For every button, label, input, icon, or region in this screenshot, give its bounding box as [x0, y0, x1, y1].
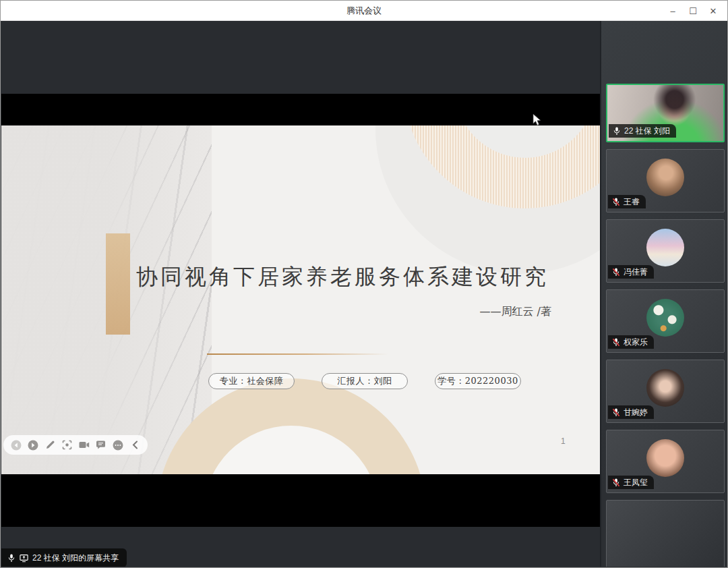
collapse-toolbar-icon	[129, 439, 141, 451]
shared-screen-area: 协同视角下居家养老服务体系建设研究 ——周红云 /著 专业：社会保障 汇报人：刘…	[1, 21, 600, 567]
letterbox-bottom	[1, 474, 600, 527]
titlebar: 腾讯会议 – ☐ ✕	[1, 1, 727, 21]
comments-icon	[95, 439, 107, 451]
participant-name: 王凤玺	[624, 477, 648, 488]
maximize-button[interactable]: ☐	[683, 1, 703, 21]
participant-tile-liuyang[interactable]: 22 社保 刘阳	[606, 84, 725, 142]
participant-name-badge: 王睿	[608, 195, 646, 208]
participant-tile-fengjiajing[interactable]: 冯佳菁	[606, 219, 725, 283]
letterbox-top	[1, 94, 600, 125]
meeting-body: 协同视角下居家养老服务体系建设研究 ——周红云 /著 专业：社会保障 汇报人：刘…	[1, 21, 727, 567]
share-banner-text: 22 社保 刘阳的屏幕共享	[32, 552, 119, 564]
participant-name: 权家乐	[624, 337, 648, 348]
mouse-cursor	[533, 113, 542, 130]
participant-name: 甘婉婷	[624, 407, 648, 418]
close-button[interactable]: ✕	[703, 1, 723, 21]
participant-name-badge: 冯佳菁	[608, 265, 654, 279]
gold-divider	[207, 353, 388, 355]
microphone-icon	[612, 127, 621, 136]
microphone-muted-icon	[611, 198, 620, 206]
participant-name-badge: 甘婉婷	[608, 405, 654, 419]
avatar	[646, 229, 684, 266]
participant-tile-ganwanting[interactable]: 甘婉婷	[606, 360, 725, 423]
participant-name: 22 社保 刘阳	[624, 125, 670, 137]
presentation-slide: 协同视角下居家养老服务体系建设研究 ——周红云 /著 专业：社会保障 汇报人：刘…	[1, 125, 600, 474]
participant-tile-partial[interactable]	[606, 500, 725, 567]
window-controls: – ☐ ✕	[663, 1, 723, 21]
participant-name-badge: 22 社保 刘阳	[609, 124, 676, 138]
microphone-muted-icon	[611, 268, 620, 277]
microphone-muted-icon	[611, 338, 620, 347]
participant-name-badge: 权家乐	[608, 335, 654, 349]
screen-share-icon	[20, 554, 28, 563]
slide-author: ——周红云 /著	[480, 305, 551, 319]
participant-name-badge: 王凤玺	[608, 476, 654, 489]
participant-tile-wangfengxi[interactable]: 王凤玺	[606, 430, 725, 493]
microphone-icon	[7, 554, 16, 563]
participant-name: 冯佳菁	[624, 266, 648, 278]
avatar	[646, 369, 684, 407]
slide-page-number: 1	[561, 436, 566, 446]
pen-icon	[44, 439, 56, 451]
next-slide-icon	[27, 439, 38, 451]
tencent-meeting-window: 腾讯会议 – ☐ ✕ 协同视角下居家养老服务体系建设研究 ——周红云 /著 专业…	[0, 0, 728, 568]
previous-slide-icon	[10, 439, 22, 451]
slideshow-toolbar	[3, 435, 148, 455]
laser-pointer-icon	[61, 439, 73, 451]
more-icon	[113, 439, 124, 451]
participants-sidebar: 22 社保 刘阳 王睿 冯佳菁	[600, 21, 727, 567]
major-badge: 专业：社会保障	[208, 373, 295, 389]
window-title: 腾讯会议	[346, 5, 382, 17]
camera-icon	[78, 439, 90, 451]
participant-tile-quanjiale[interactable]: 权家乐	[606, 289, 725, 353]
microphone-muted-icon	[611, 478, 620, 487]
presenter-badge: 汇报人：刘阳	[322, 373, 408, 389]
participant-tile-wangrui[interactable]: 王睿	[606, 149, 725, 212]
student-id-badge: 学号：202220030	[435, 373, 521, 389]
avatar	[646, 439, 684, 477]
avatar	[646, 159, 684, 196]
avatar	[646, 299, 684, 337]
minimize-button[interactable]: –	[663, 1, 683, 21]
screen-share-banner: 22 社保 刘阳的屏幕共享	[1, 548, 127, 567]
microphone-muted-icon	[611, 408, 620, 417]
slide-title: 协同视角下居家养老服务体系建设研究	[96, 262, 589, 292]
participant-name: 王睿	[624, 196, 640, 208]
